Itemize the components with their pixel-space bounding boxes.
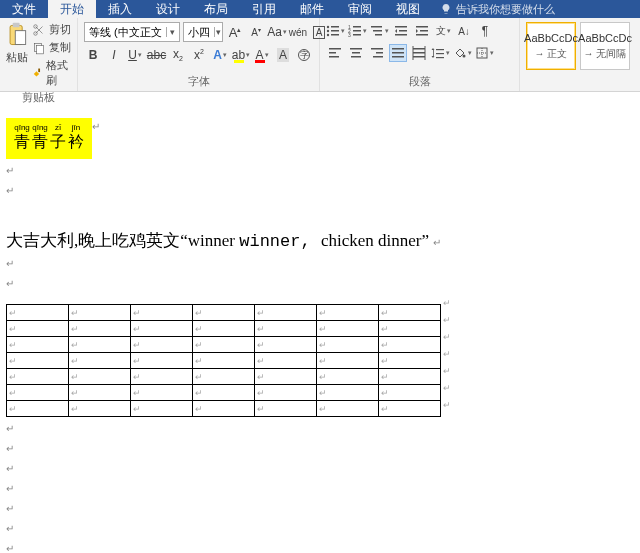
table-row[interactable]: ↵↵↵↵↵↵↵ — [7, 305, 441, 321]
table-cell[interactable]: ↵ — [317, 337, 379, 353]
table-cell[interactable]: ↵ — [379, 353, 441, 369]
table-cell[interactable]: ↵ — [7, 401, 69, 417]
shrink-font-button[interactable]: A▾ — [247, 23, 265, 41]
table-cell[interactable]: ↵ — [7, 369, 69, 385]
table-cell[interactable]: ↵ — [317, 401, 379, 417]
table-cell[interactable]: ↵ — [131, 305, 193, 321]
tell-me-search[interactable]: 告诉我你想要做什么 — [440, 2, 555, 17]
font-size-combo[interactable]: 小四 ▾ — [183, 22, 223, 42]
copy-button[interactable]: 复制 — [32, 40, 71, 55]
char-shading-button[interactable]: A — [274, 46, 292, 64]
align-left-button[interactable] — [326, 44, 344, 62]
font-name-combo[interactable]: 等线 (中文正文 ▾ — [84, 22, 180, 42]
table-cell[interactable]: ↵ — [379, 305, 441, 321]
align-justify-button[interactable] — [389, 44, 407, 62]
underline-button[interactable]: U▾ — [126, 46, 144, 64]
table-cell[interactable]: ↵ — [193, 337, 255, 353]
table-cell[interactable]: ↵ — [379, 369, 441, 385]
table-cell[interactable]: ↵ — [379, 337, 441, 353]
pinyin-guide-button[interactable]: wén — [289, 23, 307, 41]
tab-mailings[interactable]: 邮件 — [288, 0, 336, 18]
document-body[interactable]: qīng青qīng青zǐ子jīn衿 ↵ ↵ ↵ 大吉大利,晚上吃鸡英文“winn… — [0, 92, 640, 553]
bullets-button[interactable]: ▾ — [326, 22, 345, 40]
table-cell[interactable]: ↵ — [131, 401, 193, 417]
table-cell[interactable]: ↵ — [7, 321, 69, 337]
table-cell[interactable]: ↵ — [131, 369, 193, 385]
style-no-spacing[interactable]: AaBbCcDc → 无间隔 — [580, 22, 630, 70]
subscript-button[interactable]: x2 — [169, 46, 187, 64]
table-cell[interactable]: ↵ — [193, 385, 255, 401]
show-marks-button[interactable]: ¶ — [476, 22, 494, 40]
table-row[interactable]: ↵↵↵↵↵↵↵ — [7, 401, 441, 417]
format-painter-button[interactable]: 格式刷 — [32, 58, 71, 88]
enclose-char-button[interactable]: 字 — [295, 46, 313, 64]
table-cell[interactable]: ↵ — [69, 353, 131, 369]
table-row[interactable]: ↵↵↵↵↵↵↵ — [7, 385, 441, 401]
table-cell[interactable]: ↵ — [255, 305, 317, 321]
table-cell[interactable]: ↵ — [317, 385, 379, 401]
line-spacing-button[interactable]: ▾ — [431, 44, 450, 62]
italic-button[interactable]: I — [105, 46, 123, 64]
tab-insert[interactable]: 插入 — [96, 0, 144, 18]
table-cell[interactable]: ↵ — [255, 321, 317, 337]
table-cell[interactable]: ↵ — [379, 321, 441, 337]
table-cell[interactable]: ↵ — [69, 401, 131, 417]
grow-font-button[interactable]: A▴ — [226, 23, 244, 41]
sort-button[interactable]: A↓ — [455, 22, 473, 40]
align-center-button[interactable] — [347, 44, 365, 62]
table-cell[interactable]: ↵ — [379, 385, 441, 401]
table-cell[interactable]: ↵ — [131, 337, 193, 353]
shading-button[interactable]: ▾ — [453, 44, 472, 62]
table-cell[interactable]: ↵ — [7, 337, 69, 353]
style-normal[interactable]: AaBbCcDc → 正文 — [526, 22, 576, 70]
align-right-button[interactable] — [368, 44, 386, 62]
tab-layout[interactable]: 布局 — [192, 0, 240, 18]
table-cell[interactable]: ↵ — [69, 337, 131, 353]
paste-icon[interactable] — [6, 22, 28, 48]
cut-button[interactable]: 剪切 — [32, 22, 71, 37]
table-cell[interactable]: ↵ — [317, 369, 379, 385]
table-cell[interactable]: ↵ — [193, 401, 255, 417]
table-cell[interactable]: ↵ — [255, 401, 317, 417]
table-cell[interactable]: ↵ — [69, 369, 131, 385]
table-cell[interactable]: ↵ — [255, 337, 317, 353]
table-cell[interactable]: ↵ — [131, 353, 193, 369]
table-cell[interactable]: ↵ — [7, 353, 69, 369]
tab-view[interactable]: 视图 — [384, 0, 432, 18]
asian-layout-button[interactable]: 文▾ — [434, 22, 452, 40]
table-cell[interactable]: ↵ — [69, 385, 131, 401]
text-effects-button[interactable]: A▾ — [211, 46, 229, 64]
table-cell[interactable]: ↵ — [7, 305, 69, 321]
table-row[interactable]: ↵↵↵↵↵↵↵ — [7, 369, 441, 385]
table-cell[interactable]: ↵ — [317, 353, 379, 369]
tab-design[interactable]: 设计 — [144, 0, 192, 18]
table-cell[interactable]: ↵ — [193, 321, 255, 337]
borders-button[interactable]: ▾ — [475, 44, 494, 62]
table-cell[interactable]: ↵ — [317, 321, 379, 337]
table-cell[interactable]: ↵ — [317, 305, 379, 321]
table-cell[interactable]: ↵ — [7, 385, 69, 401]
table-row[interactable]: ↵↵↵↵↵↵↵ — [7, 337, 441, 353]
tab-home[interactable]: 开始 — [48, 0, 96, 18]
table-cell[interactable]: ↵ — [193, 353, 255, 369]
table-cell[interactable]: ↵ — [255, 385, 317, 401]
tab-references[interactable]: 引用 — [240, 0, 288, 18]
table-cell[interactable]: ↵ — [255, 353, 317, 369]
multilevel-button[interactable]: ▾ — [370, 22, 389, 40]
table-cell[interactable]: ↵ — [131, 385, 193, 401]
numbering-button[interactable]: 123▾ — [348, 22, 367, 40]
table-cell[interactable]: ↵ — [69, 321, 131, 337]
table-cell[interactable]: ↵ — [69, 305, 131, 321]
table-cell[interactable]: ↵ — [193, 305, 255, 321]
tab-review[interactable]: 审阅 — [336, 0, 384, 18]
table-cell[interactable]: ↵ — [379, 401, 441, 417]
table-row[interactable]: ↵↵↵↵↵↵↵ — [7, 353, 441, 369]
change-case-button[interactable]: Aa▾ — [268, 23, 286, 41]
distribute-button[interactable] — [410, 44, 428, 62]
table-cell[interactable]: ↵ — [131, 321, 193, 337]
font-color-button[interactable]: A▾ — [253, 46, 271, 64]
document-table[interactable]: ↵↵↵↵↵↵↵↵↵↵↵↵↵↵↵↵↵↵↵↵↵↵↵↵↵↵↵↵↵↵↵↵↵↵↵↵↵↵↵↵… — [6, 298, 640, 417]
table-cell[interactable]: ↵ — [255, 369, 317, 385]
table-cell[interactable]: ↵ — [193, 369, 255, 385]
bold-button[interactable]: B — [84, 46, 102, 64]
